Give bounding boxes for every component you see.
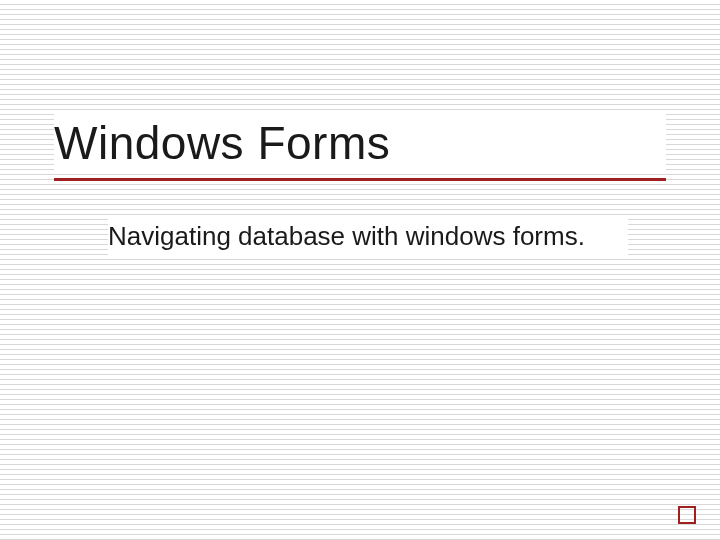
title-underline [54, 178, 666, 181]
slide-subtitle: Navigating database with windows forms. [108, 221, 620, 252]
title-container: Windows Forms [54, 110, 666, 171]
slide-background-lines [0, 0, 720, 540]
slide-title: Windows Forms [54, 118, 666, 169]
subtitle-container: Navigating database with windows forms. [108, 215, 628, 258]
corner-decoration-icon [678, 506, 696, 524]
